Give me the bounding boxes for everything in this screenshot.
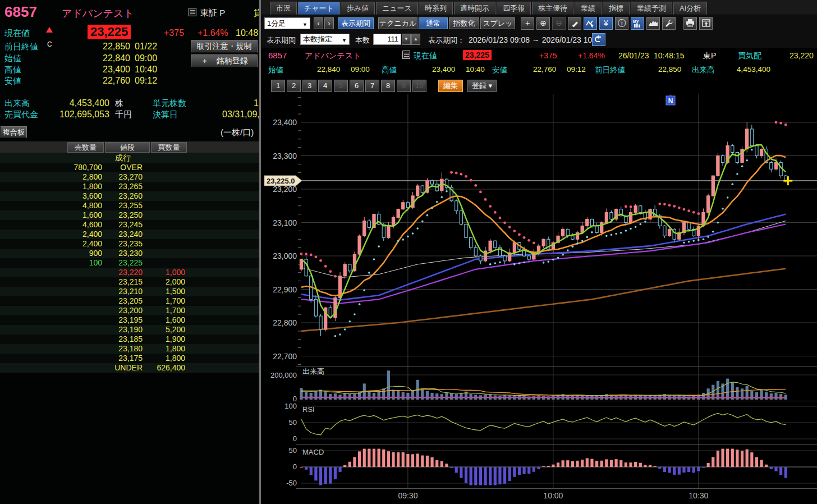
composite-board-button[interactable]: 複合板	[1, 126, 27, 138]
order-book-cell: 23,210	[103, 287, 143, 296]
bid-row[interactable]: 23,1751,800	[0, 354, 259, 363]
bid-row[interactable]: 23,1801,800	[0, 344, 259, 354]
preset-button-5[interactable]: 5	[334, 80, 348, 92]
chart-prev: 22,850	[658, 65, 681, 74]
bid-row[interactable]: 23,1951,600	[0, 315, 259, 325]
register-symbol-button[interactable]: ＋ 銘柄登録	[191, 54, 258, 67]
bid-row[interactable]: 23,1905,200	[0, 325, 259, 335]
count-step-up[interactable]: ▲	[411, 34, 420, 45]
crosshair-button[interactable]: ＋	[521, 17, 534, 30]
ask-row[interactable]: 90023,230	[0, 249, 259, 258]
toolbar-button-1[interactable]: テクニカル	[378, 17, 417, 29]
order-book-cell: 1,900	[144, 335, 185, 344]
news-marker[interactable]: N	[666, 94, 675, 105]
export-button[interactable]	[699, 17, 713, 30]
trading-app-window: 6857 アドバンテスト 東証 P 貸 現在値 23,225 +375 +1.6…	[0, 0, 817, 504]
zoom-out-button[interactable]: ⊖	[552, 17, 566, 30]
toolbar-button-3[interactable]: 指数化	[449, 17, 479, 29]
board-list-icon[interactable]	[402, 51, 410, 59]
ask-row[interactable]: 1,80023,265	[0, 182, 259, 191]
ask-row[interactable]: 2,40023,240	[0, 230, 259, 239]
tab-2[interactable]: 歩み値	[341, 2, 375, 15]
tab-4[interactable]: 時系列	[419, 2, 453, 15]
ask-row[interactable]: 4,80023,255	[0, 201, 259, 210]
volume-label: 出来高	[4, 98, 30, 109]
trendline-button[interactable]	[584, 17, 597, 30]
ask-row[interactable]: 1,60023,250	[0, 210, 259, 220]
trade-caution-button[interactable]: 取引注意・規制	[191, 40, 258, 53]
toolbar-button-4[interactable]: スプレッド	[480, 17, 515, 29]
bid-row[interactable]: 23,2101,500	[0, 287, 259, 296]
buy-qty-header: 買数量	[151, 142, 187, 153]
tab-6[interactable]: 四季報	[497, 2, 531, 15]
bid-row[interactable]: 23,2051,700	[0, 296, 259, 306]
bid-row[interactable]: 23,2201,000	[0, 268, 259, 277]
preset-button-3[interactable]: 3	[302, 80, 316, 92]
chart-market: 東P	[703, 51, 716, 61]
tab-11[interactable]: AI分析	[673, 2, 707, 15]
market-order-row[interactable]: 成行	[0, 153, 259, 163]
preset-button-6[interactable]: 6	[350, 80, 364, 92]
tab-bar: 市況チャート歩み値ニュース時系列適時開示四季報株主優待業績指標業績予測AI分析	[261, 0, 817, 15]
preset-button-10[interactable]: 10	[412, 80, 426, 92]
timeframe-select[interactable]: 1分足▼	[264, 17, 310, 29]
preset-button-9[interactable]: 9	[397, 80, 411, 92]
toolbar-button-0[interactable]: 表示期間	[338, 17, 374, 29]
chart-canvas[interactable]: 23,40023,30023,20023,10023,00022,90022,8…	[261, 94, 817, 504]
over-row[interactable]: 780,700OVER	[0, 163, 259, 172]
last-trade-row[interactable]: 10023,225	[0, 258, 259, 268]
info-button[interactable]: ⓘ	[615, 17, 628, 30]
tab-8[interactable]: 業績	[575, 2, 602, 15]
reset-range-button[interactable]	[592, 33, 605, 46]
chart-open-label: 始値	[268, 65, 283, 75]
volume-value: 4,453,400	[56, 98, 109, 108]
tab-5[interactable]: 適時開示	[454, 2, 495, 15]
area-style-button[interactable]	[646, 17, 660, 30]
bid-row[interactable]: 23,2001,700	[0, 306, 259, 315]
bid-row[interactable]: 23,2152,000	[0, 277, 259, 287]
tab-3[interactable]: ニュース	[376, 2, 418, 15]
preset-button-7[interactable]: 7	[365, 80, 379, 92]
order-book-cell: 3,600	[0, 191, 102, 201]
print-button[interactable]	[683, 17, 697, 30]
order-book-cell: 1,700	[144, 306, 185, 315]
count-step-down[interactable]: ▼	[402, 34, 411, 45]
settings-wrench-button[interactable]	[662, 17, 676, 30]
next-button[interactable]: ›	[324, 17, 334, 29]
draw-pencil-button[interactable]	[568, 17, 581, 30]
period-mode-select[interactable]: 本数指定▼	[300, 34, 350, 45]
svg-text:10:30: 10:30	[689, 491, 708, 500]
ask-row[interactable]: 3,60023,260	[0, 191, 259, 201]
bid-row[interactable]: 23,1851,900	[0, 335, 259, 344]
tab-10[interactable]: 業績予測	[631, 2, 672, 15]
zoom-in-button[interactable]: ⊕	[536, 17, 550, 30]
ask-row[interactable]: 2,80023,270	[0, 172, 259, 182]
register-button[interactable]: 登録 ▾	[467, 80, 497, 92]
preset-button-8[interactable]: 8	[381, 80, 395, 92]
count-input[interactable]: 111	[373, 34, 401, 45]
preset-button-2[interactable]: 2	[287, 80, 301, 92]
chart-vol: 4,453,400	[737, 65, 770, 74]
high-label: 高値	[4, 65, 21, 75]
toolbar-button-2[interactable]: 通常	[419, 17, 448, 29]
tab-1[interactable]: チャート	[298, 2, 340, 15]
my-indicator-button[interactable]: MY	[631, 17, 644, 30]
tab-9[interactable]: 指標	[603, 2, 630, 15]
tab-0[interactable]: 市況	[270, 2, 297, 15]
range-value: 2026/01/23 09:08 ～ 2026/01/23 10:48	[469, 35, 603, 45]
period-label: 表示期間	[267, 35, 296, 45]
ask-row[interactable]: 4,60023,245	[0, 220, 259, 230]
prev-button[interactable]: ‹	[314, 17, 323, 29]
preset-button-4[interactable]: 4	[318, 80, 332, 92]
tab-7[interactable]: 株主優待	[532, 2, 573, 15]
stock-code: 6857	[4, 3, 37, 21]
order-book-cell: 1,500	[144, 287, 185, 296]
ask-row[interactable]: 2,40023,235	[0, 239, 259, 249]
under-row[interactable]: UNDER626,400	[0, 363, 259, 373]
svg-text:0: 0	[293, 462, 297, 471]
yen-scale-button[interactable]: ¥	[599, 17, 613, 30]
turnover-value: 102,695,053	[56, 109, 109, 120]
board-list-icon[interactable]	[189, 8, 196, 16]
edit-button[interactable]: 編集	[438, 80, 463, 92]
preset-button-1[interactable]: 1	[271, 80, 285, 92]
